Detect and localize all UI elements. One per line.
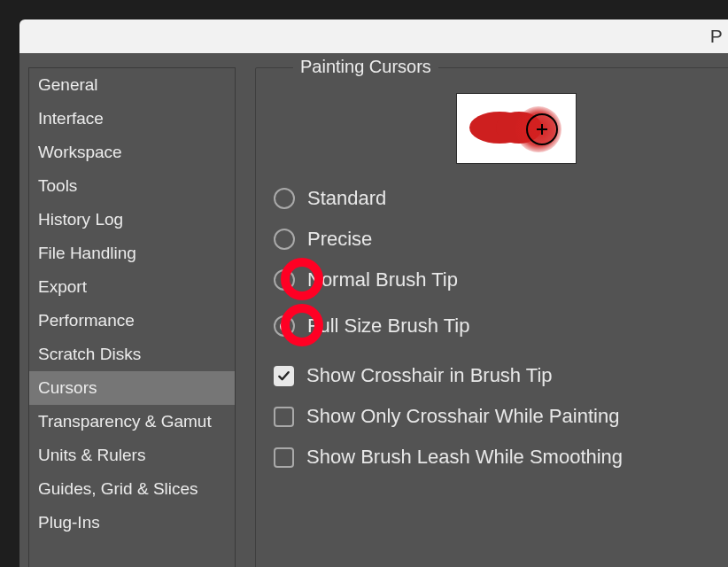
radio-row: Full Size Brush Tip [274, 315, 728, 338]
sidebar-item-file-handling[interactable]: File Handling [29, 237, 235, 270]
sidebar-item-label: History Log [38, 210, 123, 229]
sidebar-item-label: Interface [38, 109, 104, 128]
checkbox-show-crosshair-in-brush-tip[interactable] [274, 366, 294, 386]
sidebar-item-cursors[interactable]: Cursors [29, 371, 235, 405]
sidebar-item-export[interactable]: Export [29, 270, 235, 304]
radio-standard[interactable] [274, 188, 295, 209]
radio-row: Normal Brush Tip [274, 268, 728, 291]
painting-cursors-group: Painting Cursors StandardPreciseNorma [255, 67, 728, 567]
sidebar-item-transparency-gamut[interactable]: Transparency & Gamut [29, 405, 235, 439]
sidebar-item-label: General [38, 75, 98, 94]
checkbox-show-brush-leash-while-smoothing[interactable] [274, 447, 294, 468]
sidebar-item-label: Units & Rulers [38, 446, 145, 464]
sidebar-item-guides-grid-slices[interactable]: Guides, Grid & Slices [29, 472, 235, 506]
sidebar-item-label: Workspace [38, 143, 122, 161]
checkbox-label: Show Crosshair in Brush Tip [306, 364, 553, 387]
radio-normal-brush-tip[interactable] [274, 269, 295, 291]
group-title: Painting Cursors [293, 57, 438, 77]
radio-full-size-brush-tip[interactable] [274, 315, 295, 337]
radio-row: Precise [274, 228, 728, 251]
checkbox-row: Show Crosshair in Brush Tip [274, 364, 728, 387]
checkbox-label: Show Only Crosshair While Painting [306, 405, 619, 428]
sidebar-item-plug-ins[interactable]: Plug-Ins [29, 506, 235, 540]
sidebar-item-performance[interactable]: Performance [29, 304, 235, 338]
sidebar-item-label: Tools [38, 176, 77, 195]
preferences-panel: GeneralInterfaceWorkspaceToolsHistory Lo… [19, 53, 728, 567]
sidebar-item-tools[interactable]: Tools [29, 169, 235, 203]
sidebar-item-general[interactable]: General [29, 68, 235, 102]
radio-precise[interactable] [274, 229, 295, 250]
sidebar-item-label: Cursors [38, 378, 97, 397]
radio-label: Precise [307, 228, 372, 251]
sidebar-item-scratch-disks[interactable]: Scratch Disks [29, 338, 235, 371]
sidebar-item-label: File Handling [38, 244, 136, 262]
sidebar-item-label: Performance [38, 311, 135, 330]
checkbox-row: Show Brush Leash While Smoothing [274, 446, 728, 469]
cursor-preview [456, 93, 577, 164]
checkbox-row: Show Only Crosshair While Painting [274, 405, 728, 428]
sidebar-item-label: Scratch Disks [38, 345, 141, 363]
sidebar-item-label: Export [38, 277, 87, 296]
painting-cursors-options: StandardPreciseNormal Brush TipFull Size… [274, 187, 728, 486]
sidebar-item-units-rulers[interactable]: Units & Rulers [29, 439, 235, 472]
brush-preview-icon [457, 94, 576, 163]
radio-label: Standard [307, 187, 386, 210]
radio-label: Normal Brush Tip [307, 268, 458, 291]
sidebar-item-workspace[interactable]: Workspace [29, 136, 235, 169]
checkbox-show-only-crosshair-while-painting[interactable] [274, 407, 294, 427]
window-title-text: P [710, 26, 723, 47]
radio-label: Full Size Brush Tip [307, 315, 469, 338]
sidebar-item-label: Transparency & Gamut [38, 412, 212, 431]
checkbox-label: Show Brush Leash While Smoothing [306, 446, 623, 469]
sidebar-item-interface[interactable]: Interface [29, 102, 235, 136]
sidebar-item-history-log[interactable]: History Log [29, 203, 235, 237]
radio-row: Standard [274, 187, 728, 210]
window-titlebar: P [19, 19, 728, 53]
sidebar-item-label: Plug-Ins [38, 513, 100, 532]
preferences-sidebar: GeneralInterfaceWorkspaceToolsHistory Lo… [28, 67, 236, 567]
sidebar-item-label: Guides, Grid & Slices [38, 479, 198, 498]
